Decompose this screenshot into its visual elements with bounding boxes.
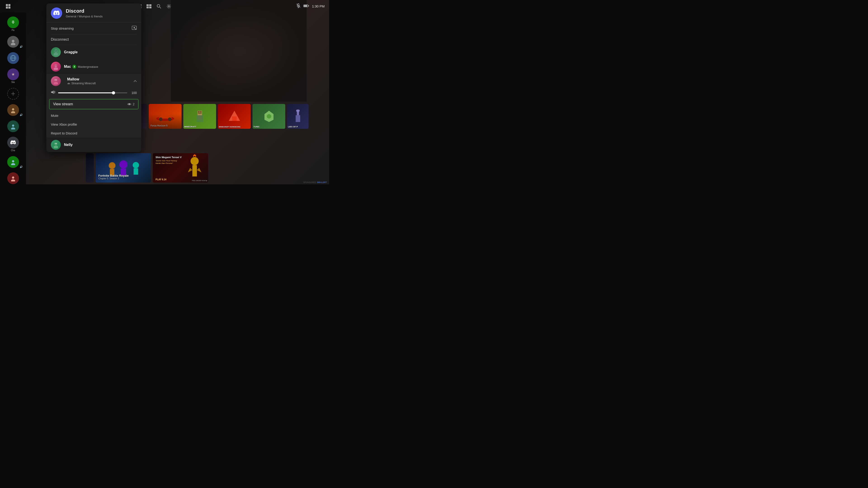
game-thumb-dark2[interactable] — [86, 153, 94, 183]
sidebar-item-7[interactable] — [0, 170, 26, 184]
eye-icon — [127, 103, 131, 106]
svg-point-79 — [296, 109, 300, 112]
svg-rect-70 — [200, 111, 202, 113]
game-thumb-tunic[interactable]: TUNIC — [252, 104, 285, 129]
user-info-mallow: Mallow Streaming Minecraft — [67, 77, 130, 85]
sidebar-avatar-sta: ★ — [7, 68, 19, 80]
sidebar-item-4[interactable]: 🔊 — [0, 102, 26, 118]
report-to-discord-item[interactable]: Report to Discord — [46, 129, 141, 138]
sidebar-avatar-5 — [7, 121, 19, 132]
user-entry-nelly[interactable]: Nelly — [46, 138, 141, 152]
user-name-graggle: Graggle — [64, 50, 78, 54]
grid-icon[interactable] — [4, 3, 12, 10]
game-thumb-forza[interactable]: Forza Horizon 5 — [149, 104, 182, 129]
discord-logo — [51, 7, 62, 19]
svg-point-47 — [54, 67, 58, 70]
gear-icon[interactable] — [165, 3, 173, 10]
user-info-graggle: Graggle — [64, 50, 137, 54]
svg-point-87 — [191, 157, 199, 165]
user-gamertag-mac: Mastergreataxe — [78, 65, 98, 68]
time-display: 1:30 PM — [312, 4, 324, 8]
svg-rect-8 — [149, 4, 151, 6]
stop-streaming-label: Stop streaming — [51, 26, 74, 30]
sidebar-label-pa: Pa — [11, 29, 14, 31]
sidebar-item-1[interactable]: 🔊 — [0, 34, 26, 50]
sidebar-volume-icon-6: 🔊 — [20, 165, 23, 168]
svg-point-83 — [119, 160, 127, 168]
svg-point-56 — [68, 84, 69, 84]
svg-rect-80 — [296, 115, 300, 122]
mute-label: Mute — [51, 113, 58, 118]
volume-icon — [51, 90, 55, 95]
game-thumb-dungeons[interactable]: MINECRAFT DUNGEONS — [218, 104, 251, 129]
sponsored-label: SPONSORED — [303, 181, 316, 184]
mute-item[interactable]: Mute — [46, 111, 141, 120]
sidebar-item-pa[interactable]: Pa — [0, 15, 26, 33]
svg-point-48 — [55, 65, 56, 66]
sidebar-item-2[interactable] — [0, 51, 26, 66]
sidebar-avatar-xbox — [7, 17, 19, 28]
volume-slider-fill — [58, 92, 114, 93]
game-thumb-fortnite[interactable]: Fortnite Battle Royale Chapter 5: Season… — [96, 153, 151, 183]
stop-streaming-row[interactable]: Stop streaming — [46, 23, 141, 34]
svg-point-33 — [12, 160, 14, 162]
sidebar-volume-icon-1: 🔊 — [20, 45, 23, 48]
user-entry-graggle[interactable]: Graggle — [46, 45, 141, 59]
search-icon[interactable] — [155, 3, 162, 10]
background-figure — [171, 0, 307, 102]
discord-panel: Discord General / Wumpus & friends Stop … — [46, 3, 141, 152]
view-xbox-profile-label: View Xbox profile — [51, 123, 77, 126]
mic-muted-icon — [296, 3, 301, 9]
svg-point-46 — [55, 64, 57, 67]
svg-rect-0 — [6, 4, 8, 6]
user-entry-mac[interactable]: Mac X Mastergreataxe — [46, 59, 141, 74]
view-stream-label: View stream — [53, 102, 73, 106]
user-entry-mallow[interactable]: Mallow Streaming Minecraft — [46, 74, 141, 88]
svg-rect-3 — [8, 6, 10, 8]
svg-point-35 — [12, 176, 14, 179]
svg-rect-7 — [147, 4, 149, 6]
discord-title: Discord — [66, 8, 103, 14]
volume-row: 100 — [46, 88, 141, 98]
svg-point-31 — [12, 125, 14, 127]
chevron-up-icon — [133, 79, 137, 83]
sidebar-item-cha1[interactable]: Cha — [0, 135, 26, 153]
sidebar-item-add[interactable] — [0, 86, 26, 101]
svg-point-30 — [11, 111, 15, 113]
game-thumb-lies[interactable]: LIES OF P — [287, 104, 309, 129]
view-xbox-profile-item[interactable]: View Xbox profile — [46, 120, 141, 129]
report-to-discord-label: Report to Discord — [51, 131, 77, 135]
svg-rect-2 — [6, 6, 8, 8]
svg-marker-57 — [51, 90, 54, 94]
apps-icon[interactable] — [145, 3, 153, 10]
user-name-row-graggle: Graggle — [64, 50, 137, 54]
sidebar-item-sta[interactable]: ★ Sta — [0, 67, 26, 85]
svg-rect-19 — [308, 5, 309, 6]
svg-point-43 — [55, 50, 56, 51]
user-name-mallow: Mallow — [67, 77, 130, 81]
sidebar-avatar-cha1 — [7, 137, 19, 149]
game-thumb-smt[interactable]: Shin Megami Tensei V "Darker than Final … — [153, 153, 208, 183]
view-stream-viewers: 2 — [133, 102, 134, 106]
volume-slider[interactable] — [58, 92, 127, 93]
svg-point-13 — [168, 6, 169, 7]
view-stream-button[interactable]: View stream 2 — [49, 99, 138, 109]
user-status-text-mallow: Streaming Minecraft — [71, 82, 96, 85]
svg-rect-10 — [149, 6, 151, 8]
disconnect-row[interactable]: Disconnect — [46, 34, 141, 45]
sidebar-volume-icon-4: 🔊 — [20, 113, 23, 116]
game-thumb-minecraft[interactable]: MINECRAFT — [183, 104, 216, 129]
svg-point-36 — [11, 180, 15, 182]
volume-slider-thumb[interactable] — [112, 91, 115, 94]
svg-rect-71 — [198, 113, 202, 114]
sidebar-item-5[interactable] — [0, 119, 26, 134]
add-button[interactable] — [7, 88, 19, 100]
svg-point-62 — [56, 143, 57, 144]
xbox-badge-mac: X — [72, 65, 76, 69]
bbalert-label: BBALERT — [317, 181, 327, 184]
svg-rect-20 — [304, 5, 307, 7]
svg-point-11 — [157, 4, 160, 7]
topbar-right: 1:30 PM — [296, 3, 324, 9]
sponsored-area: SPONSORED BBALERT — [303, 181, 327, 184]
sidebar-item-6[interactable]: 🔊 — [0, 154, 26, 170]
